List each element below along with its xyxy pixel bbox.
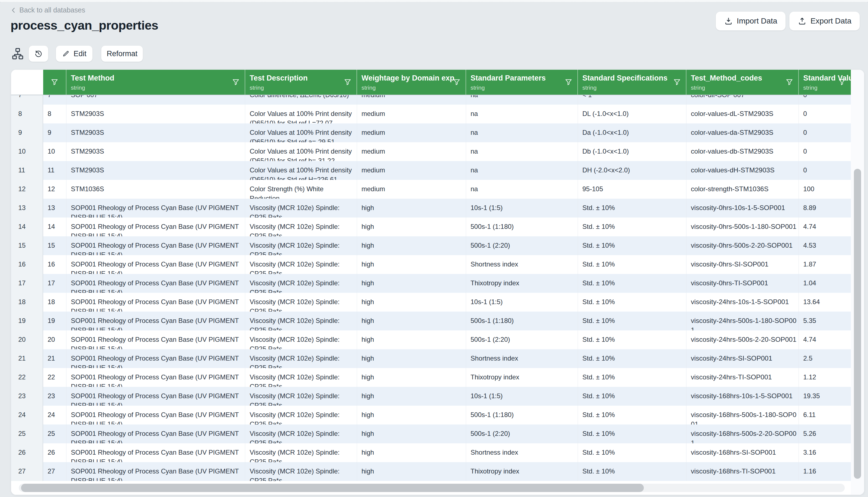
cell-desc[interactable]: Viscosity (MCR 102e) Spindle: CP25 Pa*s [245,199,357,217]
cell-method[interactable]: SOP001 Rheology of Process Cyan Base (UV… [67,236,245,255]
cell-idx[interactable]: 22 [43,368,67,387]
cell-weight[interactable]: high [357,312,466,330]
cell-desc[interactable]: Viscosity (MCR 102e) Spindle: CP25 Pa*s [245,443,357,462]
cell-desc[interactable]: Viscosity (MCR 102e) Spindle: CP25 Pa*s [245,368,357,387]
cell-code[interactable]: viscosity-0hrs-500s-1-180-SOP001 [686,217,799,236]
cell-code[interactable]: color-values-dH-STM2903S [686,161,799,180]
cell-method[interactable]: SOP001 Rheology of Process Cyan Base (UV… [67,349,245,368]
cell-param[interactable]: Shortness index [466,443,578,462]
cell-value[interactable]: 1.04 [799,274,851,293]
cell-idx[interactable]: 27 [43,462,67,481]
filter-icon[interactable] [452,78,461,87]
cell-method[interactable]: SOP001 Rheology of Process Cyan Base (UV… [67,443,245,462]
cell-code[interactable]: viscosity-0hrs-TI-SOP001 [686,274,799,293]
cell-idx[interactable]: 20 [43,330,67,349]
cell-spec[interactable]: Std. ± 10% [578,462,686,481]
cell-code[interactable]: color-values-da-STM2903S [686,124,799,142]
cell-weight[interactable]: high [357,199,466,217]
cell-spec[interactable]: Std. ± 10% [578,425,686,443]
cell-method[interactable]: SOP001 Rheology of Process Cyan Base (UV… [67,425,245,443]
cell-idx[interactable]: 12 [43,180,67,199]
header-cell-standard-parameters[interactable]: Standard Parametersstring [466,70,578,95]
cell-code[interactable]: viscosity-24hrs-10s-1-5-SOP001 [686,293,799,312]
cell-weight[interactable]: high [357,274,466,293]
cell-param[interactable]: 500s-1 (1:180) [466,217,578,236]
cell-value[interactable]: 0 [799,124,851,142]
cell-desc[interactable]: Viscosity (MCR 102e) Spindle: CP25 Pa*s [245,293,357,312]
cell-param[interactable]: 500s-1 (2:20) [466,330,578,349]
cell-idx[interactable]: 19 [43,312,67,330]
cell-method[interactable]: STM2903S [67,124,245,142]
cell-method[interactable]: SOP001 Rheology of Process Cyan Base (UV… [67,330,245,349]
cell-spec[interactable]: Std. ± 10% [578,274,686,293]
cell-desc[interactable]: Color Values at 100% Print density (D65/… [245,104,357,124]
cell-idx[interactable]: 18 [43,293,67,312]
cell-weight[interactable]: high [357,387,466,406]
cell-idx[interactable]: 15 [43,236,67,255]
cell-desc[interactable]: Color difference, ΔEcmc (D65/10) [245,95,357,104]
cell-value[interactable]: 1.12 [799,368,851,387]
cell-value[interactable]: 5.26 [799,425,851,443]
cell-value[interactable]: 1.87 [799,255,851,274]
horizontal-scrollbar-track[interactable] [19,484,845,492]
cell-code[interactable]: viscosity-168hrs-SI-SOP001 [686,443,799,462]
filter-icon[interactable] [343,78,352,87]
cell-param[interactable]: na [466,104,578,124]
cell-param[interactable]: 500s-1 (2:20) [466,425,578,443]
cell-weight[interactable]: medium [357,124,466,142]
cell-value[interactable]: 0 [799,104,851,124]
cell-idx[interactable]: 23 [43,387,67,406]
header-cell-standard-value[interactable]: Standard Valuestring [799,70,851,95]
edit-button[interactable]: Edit [56,46,93,62]
import-data-button[interactable]: Import Data [716,12,785,30]
cell-code[interactable]: color-values-dL-STM2903S [686,104,799,124]
cell-code[interactable]: viscosity-24hrs-500s-1-180-SOP001 [686,312,799,330]
cell-value[interactable]: 4.74 [799,330,851,349]
cell-desc[interactable]: Color Values at 100% Print density (D65/… [245,124,357,142]
cell-method[interactable]: SOP001 Rheology of Process Cyan Base (UV… [67,406,245,425]
cell-code[interactable]: viscosity-168hrs-TI-SOP001 [686,462,799,481]
cell-param[interactable]: na [466,142,578,161]
cell-desc[interactable]: Viscosity (MCR 102e) Spindle: CP25 Pa*s [245,349,357,368]
filter-icon[interactable] [785,78,794,87]
filter-icon[interactable] [50,78,59,87]
cell-code[interactable]: color-dif-SOP 007 [686,95,799,104]
filter-icon[interactable] [838,78,846,87]
history-button[interactable] [29,46,48,62]
cell-idx[interactable]: 26 [43,443,67,462]
header-cell-weightage-by-domain-exp[interactable]: Weightage by Domain expstring [357,70,466,95]
cell-weight[interactable]: high [357,236,466,255]
cell-spec[interactable]: Std. ± 10% [578,312,686,330]
header-cell-test-description[interactable]: Test Descriptionstring [245,70,357,95]
filter-icon[interactable] [564,78,573,87]
vertical-scrollbar-thumb[interactable] [854,169,861,479]
cell-value[interactable]: 1.16 [799,462,851,481]
cell-code[interactable]: viscosity-24hrs-TI-SOP001 [686,368,799,387]
cell-method[interactable]: SOP001 Rheology of Process Cyan Base (UV… [67,293,245,312]
cell-desc[interactable]: Viscosity (MCR 102e) Spindle: CP25 Pa*s [245,236,357,255]
cell-value[interactable]: 8.89 [799,199,851,217]
header-cell-test-method-codes[interactable]: Test_Method_codesstring [686,70,799,95]
cell-value[interactable]: 0 [799,95,851,104]
cell-spec[interactable]: Std. ± 10% [578,443,686,462]
cell-desc[interactable]: Color Strength (%) White Reduction [245,180,357,199]
cell-weight[interactable]: medium [357,95,466,104]
cell-desc[interactable]: Viscosity (MCR 102e) Spindle: CP25 Pa*s [245,312,357,330]
cell-code[interactable]: viscosity-0hrs-10s-1-5-SOP001 [686,199,799,217]
cell-idx[interactable]: 17 [43,274,67,293]
cell-code[interactable]: viscosity-24hrs-SI-SOP001 [686,349,799,368]
cell-code[interactable]: color-strength-STM1036S [686,180,799,199]
cell-code[interactable]: viscosity-168hrs-10s-1-5-SOP001 [686,387,799,406]
cell-method[interactable]: STM2903S [67,161,245,180]
cell-param[interactable]: 500s-1 (1:180) [466,312,578,330]
cell-value[interactable]: 5.35 [799,312,851,330]
cell-desc[interactable]: Viscosity (MCR 102e) Spindle: CP25 Pa*s [245,274,357,293]
cell-weight[interactable]: high [357,406,466,425]
cell-method[interactable]: SOP001 Rheology of Process Cyan Base (UV… [67,274,245,293]
cell-param[interactable]: 500s-1 (2:20) [466,236,578,255]
cell-idx[interactable]: 21 [43,349,67,368]
cell-method[interactable]: STM2903S [67,142,245,161]
cell-spec[interactable]: Std. ± 10% [578,406,686,425]
cell-desc[interactable]: Viscosity (MCR 102e) Spindle: CP25 Pa*s [245,255,357,274]
cell-weight[interactable]: medium [357,142,466,161]
